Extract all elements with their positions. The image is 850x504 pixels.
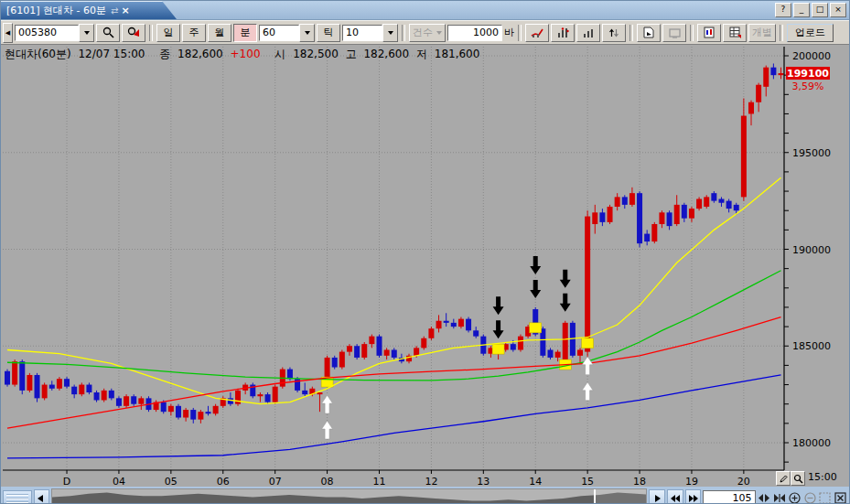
signal-box-marker bbox=[582, 338, 594, 349]
candle bbox=[42, 382, 48, 400]
shrink-spacing-button[interactable] bbox=[772, 490, 786, 504]
scroll-left-button[interactable] bbox=[34, 489, 50, 504]
sell-arrow-icon bbox=[560, 294, 571, 312]
candle bbox=[183, 408, 188, 422]
candle-page-button[interactable] bbox=[697, 24, 721, 42]
time-tick-label: 20 bbox=[737, 476, 750, 487]
candle bbox=[198, 410, 203, 424]
period-day-button[interactable]: 일 bbox=[156, 24, 180, 42]
candle bbox=[444, 313, 449, 327]
link-arrows-icon[interactable]: ⇄ bbox=[111, 5, 116, 16]
candle bbox=[406, 354, 412, 364]
sell-arrow-icon bbox=[530, 256, 541, 274]
symbol-input[interactable]: 005380 bbox=[15, 25, 79, 41]
time-tick-label: 18 bbox=[633, 476, 646, 487]
title-bar[interactable]: [6101] 현대차 - 60분 ⇄ × ? _ □ × bbox=[1, 1, 849, 20]
page-left-button[interactable] bbox=[667, 489, 683, 504]
time-tick-label: 04 bbox=[113, 476, 125, 487]
line-chart-tool-button[interactable] bbox=[525, 24, 549, 42]
expand-spacing-button[interactable] bbox=[758, 490, 771, 504]
candle bbox=[109, 389, 114, 401]
period-month-button[interactable]: 월 bbox=[208, 24, 231, 42]
separator bbox=[629, 25, 633, 41]
tab-close-icon[interactable]: × bbox=[121, 5, 129, 16]
search-button[interactable] bbox=[96, 24, 120, 42]
candle-page-icon bbox=[704, 27, 715, 38]
chart-plot[interactable]: 180000185000190000195000200000D040506070… bbox=[1, 45, 850, 487]
candle bbox=[466, 317, 471, 333]
separator bbox=[518, 25, 522, 41]
chart-area[interactable]: 현대차(60분) 12/07 15:00 종 182,600 +100 시 18… bbox=[1, 45, 850, 487]
candle bbox=[138, 396, 144, 410]
candle bbox=[741, 99, 747, 201]
candle bbox=[682, 203, 687, 222]
count-mode-label: 건수 bbox=[413, 26, 433, 39]
symbol-dropdown-button[interactable] bbox=[79, 24, 94, 42]
new-page-button[interactable] bbox=[637, 24, 661, 42]
symbol-combo[interactable]: 005380 bbox=[15, 24, 94, 42]
candle bbox=[599, 209, 605, 226]
candle bbox=[213, 404, 219, 416]
candle bbox=[622, 195, 628, 209]
candle bbox=[696, 197, 702, 210]
tick-dropdown-button[interactable] bbox=[382, 24, 398, 42]
candle bbox=[250, 382, 255, 398]
maximize-button[interactable]: □ bbox=[812, 3, 828, 17]
collapse-left-icon[interactable]: ◀ bbox=[3, 23, 13, 43]
close-button[interactable]: × bbox=[830, 3, 846, 17]
candle bbox=[392, 348, 397, 359]
quote-datetime: 12/07 15:00 bbox=[78, 48, 145, 60]
ma-short-yellow bbox=[7, 177, 781, 403]
ma-mid-green bbox=[7, 271, 781, 381]
candle bbox=[436, 315, 442, 332]
tick-interval-combo[interactable]: 10 bbox=[342, 24, 398, 42]
chevron-down-icon bbox=[305, 31, 310, 38]
candle bbox=[35, 373, 40, 402]
help-button[interactable]: ? bbox=[775, 3, 791, 17]
candle bbox=[451, 319, 457, 329]
minute-interval-value[interactable]: 60 bbox=[259, 25, 299, 41]
bar-count-input[interactable]: 1000 bbox=[447, 25, 502, 41]
quote-info-bar: 현대차(60분) 12/07 15:00 종 182,600 +100 시 18… bbox=[5, 47, 483, 62]
minimize-button[interactable]: _ bbox=[793, 3, 810, 17]
right-triangle-icon bbox=[653, 495, 661, 502]
zoom-in-button[interactable] bbox=[788, 490, 802, 504]
minimap-selection[interactable] bbox=[595, 489, 647, 504]
toolbar: ◀ 005380 일 주 월 분 60 틱 10 건수 1000 바 bbox=[1, 20, 849, 45]
zoom-out-button[interactable] bbox=[803, 490, 817, 504]
draw-tool-button[interactable] bbox=[776, 471, 791, 486]
price-tick-label: 200000 bbox=[792, 50, 831, 62]
minute-dropdown-button[interactable] bbox=[299, 24, 315, 42]
upload-button[interactable]: 업로드 bbox=[787, 24, 834, 42]
candle bbox=[273, 385, 278, 404]
tick-interval-value[interactable]: 10 bbox=[342, 25, 382, 41]
grid-table-icon bbox=[729, 27, 741, 38]
close-chart-button[interactable] bbox=[834, 490, 847, 504]
scrollbar-grip-handle[interactable] bbox=[3, 490, 32, 504]
candle bbox=[206, 406, 211, 416]
scroll-right-button[interactable] bbox=[649, 489, 665, 504]
volume-bars-button[interactable] bbox=[576, 24, 600, 42]
tick-button[interactable]: 틱 bbox=[317, 24, 340, 42]
price-tick-label: 195000 bbox=[792, 147, 831, 159]
page-right-button[interactable] bbox=[685, 489, 702, 504]
buy-arrow-icon bbox=[322, 421, 333, 439]
volume-signal-button[interactable] bbox=[551, 24, 575, 42]
visible-bars-input[interactable]: 105 bbox=[703, 490, 755, 504]
candle bbox=[577, 348, 583, 363]
zoom-tool-button[interactable] bbox=[791, 471, 805, 486]
sort-updown-button[interactable] bbox=[602, 24, 626, 42]
history-minimap-track[interactable] bbox=[51, 488, 647, 504]
separator bbox=[149, 25, 153, 41]
candle bbox=[221, 396, 226, 408]
fit-screen-button[interactable] bbox=[819, 490, 833, 504]
period-minute-button[interactable]: 분 bbox=[233, 24, 257, 42]
search-jump-button[interactable] bbox=[122, 24, 145, 42]
app-window: [6101] 현대차 - 60분 ⇄ × ? _ □ × ◀ 005380 일 … bbox=[0, 0, 850, 504]
window-tab[interactable]: [6101] 현대차 - 60분 ⇄ × bbox=[1, 1, 177, 19]
zoom-out-icon bbox=[804, 492, 816, 504]
candle bbox=[644, 230, 650, 245]
grid-view-button[interactable] bbox=[723, 24, 747, 42]
period-week-button[interactable]: 주 bbox=[182, 24, 206, 42]
minute-interval-combo[interactable]: 60 bbox=[259, 24, 315, 42]
